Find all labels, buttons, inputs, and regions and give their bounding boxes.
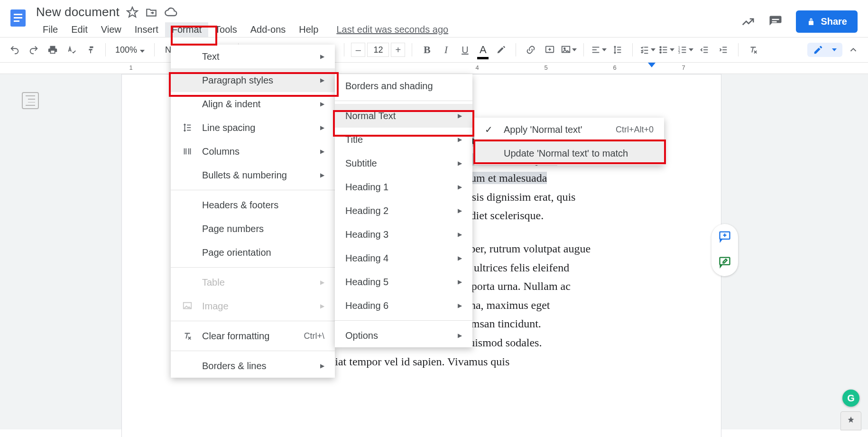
outline-toggle-icon[interactable]: [22, 92, 39, 109]
italic-icon[interactable]: I: [438, 42, 454, 58]
update-normal[interactable]: Update 'Normal text' to match: [474, 141, 664, 165]
menu-edit[interactable]: Edit: [65, 22, 94, 37]
explore-button[interactable]: [840, 411, 861, 430]
menu-tools[interactable]: Tools: [208, 22, 244, 37]
underline-icon[interactable]: U: [457, 42, 473, 58]
para-h5[interactable]: Heading 5▶: [335, 270, 472, 294]
menu-file[interactable]: File: [36, 22, 65, 37]
ruler-tick: 7: [682, 64, 685, 71]
add-comment-floating-icon[interactable]: [718, 230, 731, 245]
editing-mode-button[interactable]: [807, 43, 842, 57]
last-edit-link[interactable]: Last edit was seconds ago: [336, 24, 448, 35]
menu-addons[interactable]: Add-ons: [244, 22, 293, 37]
font-size-minus[interactable]: –: [351, 43, 365, 57]
comments-icon[interactable]: [768, 15, 783, 29]
format-borders-lines[interactable]: Borders & lines▶: [171, 354, 335, 378]
numbered-list-icon[interactable]: 123: [677, 42, 693, 58]
clear-format-icon[interactable]: [745, 42, 761, 58]
font-size-stepper: – 12 +: [351, 43, 405, 57]
format-text[interactable]: Text▶: [171, 45, 335, 68]
menu-bar: File Edit View Insert Format Tools Add-o…: [29, 19, 448, 37]
svg-point-11: [564, 48, 565, 49]
title-area: New document File Edit View Insert Forma…: [29, 4, 448, 37]
format-image: Image▶: [171, 294, 335, 318]
para-normal[interactable]: Normal Text▶: [335, 104, 472, 128]
spellcheck-icon[interactable]: [64, 42, 80, 58]
paint-format-icon[interactable]: [83, 42, 99, 58]
grammarly-icon[interactable]: G: [842, 390, 859, 407]
svg-text:3: 3: [678, 50, 680, 55]
undo-icon[interactable]: [7, 42, 23, 58]
suggest-edits-floating-icon[interactable]: [718, 255, 731, 270]
format-columns[interactable]: Columns▶: [171, 139, 335, 163]
ruler-tick: 1: [129, 64, 132, 71]
cloud-status-icon[interactable]: [164, 6, 177, 19]
format-clear[interactable]: Clear formattingCtrl+\: [171, 324, 335, 348]
align-icon[interactable]: [591, 42, 607, 58]
svg-rect-44: [720, 258, 730, 265]
svg-rect-2: [14, 17, 22, 19]
menu-insert[interactable]: Insert: [128, 22, 165, 37]
redo-icon[interactable]: [26, 42, 42, 58]
para-h6[interactable]: Heading 6▶: [335, 294, 472, 317]
para-subtitle[interactable]: Subtitle▶: [335, 151, 472, 175]
para-h4[interactable]: Heading 4▶: [335, 246, 472, 270]
svg-rect-3: [14, 20, 19, 22]
insert-image-icon[interactable]: [561, 42, 577, 58]
bold-icon[interactable]: B: [419, 42, 435, 58]
doc-title[interactable]: New document: [36, 5, 120, 19]
format-headers[interactable]: Headers & footers: [171, 193, 335, 217]
ruler-tick: 5: [544, 64, 547, 71]
svg-point-22: [660, 49, 662, 51]
line-spacing-icon[interactable]: [609, 42, 626, 58]
toolbar: 100% Normal text Times New … – 12 + B I …: [0, 37, 868, 63]
svg-rect-5: [772, 19, 779, 20]
insert-link-icon[interactable]: [523, 42, 539, 58]
docs-logo[interactable]: [7, 4, 29, 32]
para-h3[interactable]: Heading 3▶: [335, 223, 472, 246]
para-h2[interactable]: Heading 2▶: [335, 199, 472, 223]
para-borders-shading[interactable]: Borders and shading: [335, 74, 472, 98]
indent-increase-icon[interactable]: [715, 42, 731, 58]
svg-rect-6: [772, 21, 777, 22]
print-icon[interactable]: [45, 42, 61, 58]
svg-rect-1: [14, 14, 22, 15]
format-line-spacing[interactable]: Line spacing▶: [171, 116, 335, 139]
normal-text-submenu: ✓Apply 'Normal text'Ctrl+Alt+0 Update 'N…: [474, 118, 664, 165]
menu-help[interactable]: Help: [292, 22, 325, 37]
menu-format[interactable]: Format: [165, 22, 208, 37]
highlight-icon[interactable]: [493, 42, 509, 58]
collapse-toolbar-icon[interactable]: [845, 42, 861, 58]
text-color-icon[interactable]: A: [476, 42, 490, 58]
font-size-plus[interactable]: +: [391, 43, 405, 57]
activity-icon[interactable]: [741, 15, 755, 29]
format-table: Table▶: [171, 270, 335, 294]
star-icon[interactable]: [126, 6, 139, 19]
format-paragraph-styles[interactable]: Paragraph styles▶: [171, 68, 335, 92]
svg-point-23: [660, 52, 662, 53]
move-icon[interactable]: [145, 6, 157, 19]
para-h1[interactable]: Heading 1▶: [335, 175, 472, 199]
add-comment-icon[interactable]: [542, 42, 558, 58]
para-options[interactable]: Options▶: [335, 324, 472, 347]
floating-actions: [711, 224, 738, 276]
format-menu: Text▶ Paragraph styles▶ Align & indent▶ …: [171, 45, 335, 378]
checklist-icon[interactable]: [639, 42, 656, 58]
para-title[interactable]: Title▶: [335, 128, 472, 151]
apply-normal[interactable]: ✓Apply 'Normal text'Ctrl+Alt+0: [474, 118, 664, 141]
ruler[interactable]: 1 4 5 6 7: [0, 63, 868, 74]
ruler-right-indent-icon[interactable]: [648, 63, 656, 67]
share-label: Share: [821, 16, 847, 27]
font-size-value[interactable]: 12: [367, 43, 389, 57]
title-bar: New document File Edit View Insert Forma…: [0, 0, 868, 37]
zoom-select[interactable]: 100%: [112, 45, 148, 55]
format-page-orientation[interactable]: Page orientation: [171, 241, 335, 264]
format-align[interactable]: Align & indent▶: [171, 92, 335, 116]
format-bullets[interactable]: Bullets & numbering▶: [171, 163, 335, 187]
indent-decrease-icon[interactable]: [696, 42, 712, 58]
bulleted-list-icon[interactable]: [658, 42, 674, 58]
menu-view[interactable]: View: [94, 22, 128, 37]
share-button[interactable]: Share: [796, 10, 858, 33]
format-page-numbers[interactable]: Page numbers: [171, 217, 335, 241]
ruler-tick: 4: [475, 64, 479, 71]
